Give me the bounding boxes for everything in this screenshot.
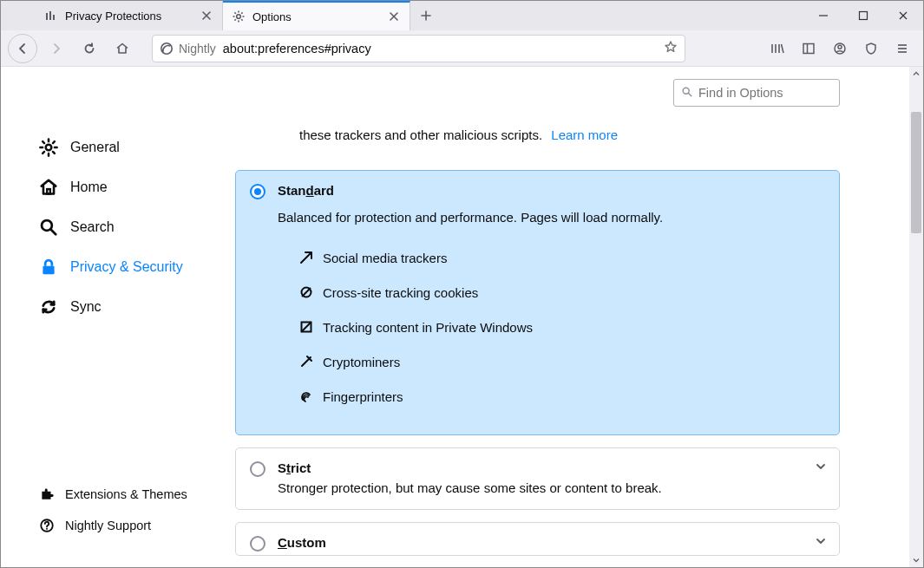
home-button[interactable] <box>108 35 136 62</box>
scrollbar-down-button[interactable] <box>909 553 923 567</box>
protection-level-title: Strict <box>278 460 311 475</box>
protections-shield-button[interactable] <box>857 35 885 62</box>
tracker-item: Cryptominers <box>298 344 825 379</box>
social-tracker-icon <box>298 250 314 265</box>
radio-standard[interactable] <box>250 184 265 199</box>
sidebar-item-label: Nightly Support <box>65 519 151 532</box>
svg-rect-35 <box>47 189 50 194</box>
tabstrip-flex-spacer <box>442 1 803 30</box>
sidebar-footer-extensions[interactable]: Extensions & Themes <box>1 479 209 510</box>
svg-line-9 <box>241 19 242 20</box>
tabstrip-leading-spacer <box>1 1 36 30</box>
sync-icon <box>39 297 58 317</box>
fingerprint-icon <box>298 388 314 404</box>
protection-level-standard-header[interactable]: Standard <box>236 171 839 210</box>
tracker-list: Social media trackers Cross-site trackin… <box>236 237 839 434</box>
identity-box[interactable]: Nightly <box>160 42 216 55</box>
new-tab-button[interactable] <box>410 1 442 30</box>
close-tab-icon[interactable] <box>387 10 401 23</box>
protection-level-standard: Standard Balanced for protection and per… <box>235 170 840 435</box>
sidebar-toggle-button[interactable] <box>795 35 822 62</box>
svg-line-46 <box>302 323 311 332</box>
vertical-scrollbar[interactable] <box>909 67 923 567</box>
protection-level-custom: Custom <box>235 522 840 556</box>
window-minimize-button[interactable] <box>803 1 843 30</box>
forward-button <box>43 35 70 62</box>
library-button[interactable] <box>763 35 791 62</box>
sidebar-item-general[interactable]: General <box>1 127 209 167</box>
svg-line-31 <box>43 141 44 143</box>
protection-level-strict: Strict Stronger protection, but may caus… <box>235 447 840 510</box>
shield-bars-icon <box>44 9 58 23</box>
home-icon <box>39 178 58 197</box>
protection-level-desc: Balanced for protection and performance.… <box>236 210 839 237</box>
chevron-down-icon[interactable] <box>815 460 827 475</box>
puzzle-icon <box>39 486 55 502</box>
app-menu-button[interactable] <box>888 35 916 62</box>
svg-point-22 <box>838 45 842 49</box>
bookmark-star-icon[interactable] <box>664 40 678 56</box>
sidebar-item-label: Privacy & Security <box>70 259 183 275</box>
scrollbar-up-button[interactable] <box>909 67 923 81</box>
window-maximize-button[interactable] <box>843 1 883 30</box>
svg-line-34 <box>43 152 44 153</box>
lock-icon <box>39 258 58 277</box>
window-close-button[interactable] <box>883 1 923 30</box>
protection-level-custom-header[interactable]: Custom <box>236 523 839 555</box>
tracker-label: Fingerprinters <box>323 389 403 404</box>
svg-line-37 <box>51 230 56 235</box>
protection-level-title: Custom <box>278 535 326 550</box>
learn-more-link[interactable]: Learn more <box>551 127 618 142</box>
svg-line-8 <box>234 12 235 13</box>
sidebar-item-label: Home <box>70 180 108 195</box>
tab-title: Privacy Protections <box>65 10 193 23</box>
tab-title: Options <box>252 10 380 23</box>
sidebar-item-search[interactable]: Search <box>1 207 209 247</box>
protection-level-strict-header[interactable]: Strict <box>236 448 839 480</box>
sidebar-item-label: Extensions & Themes <box>65 487 187 501</box>
sidebar-item-label: Sync <box>70 299 102 315</box>
protection-level-title: Standard <box>278 183 334 198</box>
tracker-label: Tracking content in Private Windows <box>323 320 533 335</box>
tracker-label: Cross-site tracking cookies <box>323 285 478 300</box>
sidebar-item-privacy[interactable]: Privacy & Security <box>1 247 209 287</box>
chevron-down-icon[interactable] <box>815 535 827 550</box>
nav-toolbar: Nightly <box>1 30 923 67</box>
sidebar-item-home[interactable]: Home <box>1 167 209 207</box>
tracker-item: Tracking content in Private Windows <box>298 310 825 344</box>
scrollbar-track[interactable] <box>909 81 923 553</box>
tracking-protection-intro: these trackers and other malicious scrip… <box>235 127 840 142</box>
help-icon <box>39 518 55 533</box>
sidebar-footer-support[interactable]: Nightly Support <box>1 510 209 541</box>
sidebar-item-label: General <box>70 140 120 155</box>
svg-line-32 <box>53 152 55 153</box>
svg-rect-38 <box>43 266 54 275</box>
toolbar-right <box>763 35 916 62</box>
svg-line-10 <box>241 12 242 13</box>
cookie-icon <box>298 284 314 300</box>
tab-strip: Privacy Protections Options <box>1 1 923 30</box>
sidebar-item-sync[interactable]: Sync <box>1 287 209 327</box>
protection-level-desc: Stronger protection, but may cause some … <box>236 480 839 509</box>
back-button[interactable] <box>8 34 37 63</box>
tracker-item: Cross-site tracking cookies <box>298 275 825 310</box>
preferences-page: General Home Search Privacy & Security <box>1 67 923 567</box>
close-tab-icon[interactable] <box>200 9 213 23</box>
account-button[interactable] <box>826 35 854 62</box>
svg-line-11 <box>234 19 235 20</box>
reload-button[interactable] <box>75 35 103 62</box>
tracker-item: Social media trackers <box>298 240 825 275</box>
firefox-nightly-icon <box>160 42 174 55</box>
svg-line-33 <box>53 141 55 143</box>
tracker-label: Social media trackers <box>323 251 447 265</box>
url-bar[interactable]: Nightly <box>152 35 685 62</box>
gear-icon <box>39 138 58 157</box>
url-input[interactable] <box>223 42 657 55</box>
scrollbar-thumb[interactable] <box>911 112 921 233</box>
tracking-content-icon <box>298 319 314 335</box>
tab-options[interactable]: Options <box>223 1 410 30</box>
radio-strict[interactable] <box>250 461 265 477</box>
identity-label: Nightly <box>179 42 216 55</box>
tab-privacy-protections[interactable]: Privacy Protections <box>36 1 223 30</box>
radio-custom[interactable] <box>250 536 265 552</box>
